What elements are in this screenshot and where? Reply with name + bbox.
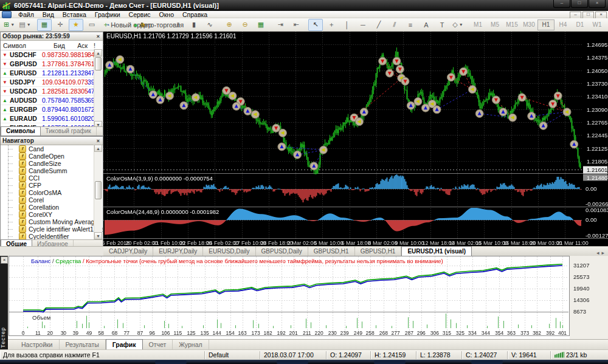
taskbar-item[interactable] (374, 360, 406, 364)
trendline-tool-button[interactable]: ╱ (371, 19, 386, 31)
market-watch-close-icon[interactable]: × (95, 33, 101, 39)
market-watch-tab-символы[interactable]: Символы (1, 126, 41, 136)
scrollbar-thumb[interactable] (95, 181, 102, 199)
cursor-tool-button[interactable]: ↖ (308, 19, 323, 31)
menu-справка[interactable]: Справка (178, 11, 212, 18)
menu-окно[interactable]: Окно (155, 11, 178, 18)
fibonacci-tool-button[interactable]: ≡ (403, 19, 418, 31)
navigator-item[interactable]: fCorel (1, 196, 103, 204)
tester-tab-график[interactable]: График (106, 339, 143, 349)
minimize-button[interactable]: – (553, 0, 570, 8)
menu-вставка[interactable]: Вставка (58, 11, 91, 18)
navigator-close-icon[interactable]: × (95, 138, 101, 144)
zoom-in-button[interactable]: ⊕ (222, 19, 237, 31)
tab-scroll-right-icon[interactable]: ▸ (601, 250, 604, 256)
label-tool-button[interactable]: T (435, 19, 449, 31)
status-profile[interactable]: Default (204, 351, 260, 359)
channel-tool-button[interactable]: ⫽ (387, 19, 402, 31)
timeframe-w1-button[interactable]: W1 (589, 19, 606, 30)
menu-вид[interactable]: Вид (38, 11, 58, 18)
bar-chart-button[interactable]: ‖ (171, 19, 185, 31)
market-watch-row-audusd[interactable]: ▲AUDUSD0.757840.7585369 (1, 96, 103, 105)
column-header-1[interactable]: Бид (41, 42, 65, 49)
new-chart-button[interactable]: ⊞▼ (2, 19, 16, 31)
terminal-button[interactable]: ▭ (85, 19, 99, 31)
chart-tab-gbpusd-h14[interactable]: GBPUSD,H1 (308, 247, 355, 256)
tile-windows-button[interactable]: ▦ (254, 19, 268, 31)
shapes-tool-button[interactable]: ◇▼ (451, 19, 465, 31)
tester-tab-отчет[interactable]: Отчет (143, 340, 173, 349)
tester-tab-журнал[interactable]: Журнал (173, 340, 209, 349)
menu-сервис[interactable]: Сервис (125, 11, 155, 18)
scroll-up-icon[interactable]: ▲ (94, 49, 102, 57)
taskbar-item[interactable] (277, 360, 308, 364)
windows-taskbar[interactable] (0, 360, 608, 364)
chart-shift-button[interactable]: ⇤ (289, 19, 303, 31)
navigator-header[interactable]: Навигатор × (1, 137, 103, 145)
chart-tab-eurusd-daily2[interactable]: EURUSD,Daily (203, 247, 255, 256)
crosshair-tool-button[interactable]: ＋ (324, 19, 339, 31)
market-watch-row-usdjpy[interactable]: ▼USDJPY109.034109.07339 (1, 78, 103, 87)
chart-system-icon[interactable] (2, 11, 12, 18)
column-header-2[interactable]: Аск (65, 42, 88, 49)
maximize-button[interactable]: □ (571, 0, 588, 8)
scrollbar-thumb[interactable] (95, 57, 102, 70)
taskbar-item[interactable] (155, 360, 187, 364)
navigator-item[interactable]: fCustom Moving Averages (1, 218, 103, 225)
navigator-item[interactable]: fCycle identifier wAlert1 maj (1, 225, 103, 233)
column-header-3[interactable]: ! (88, 42, 95, 49)
market-watch-row-usdchf[interactable]: ▼USDCHF0.987350.9881984 (1, 50, 103, 60)
navigator-item[interactable]: fCFP (1, 182, 103, 189)
market-watch-row-usdcad[interactable]: ▼USDCAD1.282581.2830547 (1, 87, 103, 96)
navigator-item[interactable]: fCCI (1, 174, 103, 182)
market-watch-toggle-button[interactable]: ▦ (37, 19, 52, 31)
text-tool-button[interactable]: A (419, 19, 434, 31)
zoom-out-button[interactable]: ⊖ (238, 19, 252, 31)
autotrade-button[interactable]: ● Авто-торговля (151, 19, 166, 31)
market-watch-row-eurusd[interactable]: ▲EURUSD1.212811.2132847 (1, 69, 103, 78)
market-watch-scrollbar[interactable]: ▲ ▼ (94, 49, 102, 128)
navigator-item[interactable]: fCandleOpen (1, 153, 103, 160)
profiles-button[interactable]: ▤▼ (18, 19, 32, 31)
scroll-up-icon[interactable]: ▲ (94, 145, 102, 152)
taskbar-item[interactable] (471, 360, 503, 364)
dropdown-icon[interactable]: ▼ (459, 22, 463, 27)
auto-scroll-button[interactable]: ⇥ (273, 19, 288, 31)
column-header-0[interactable]: Символ (1, 42, 41, 49)
market-watch-header[interactable]: Обзор рынка: 23:59:59 × (1, 32, 103, 41)
navigator-item[interactable]: fCand (1, 145, 103, 153)
tab-scroll-left-icon[interactable]: ◂ (596, 250, 599, 256)
navigator-scrollbar[interactable]: ▲ ▼ (94, 145, 102, 239)
tester-close-icon[interactable]: × (1, 256, 8, 264)
tester-tab-результаты[interactable]: Результаты (60, 340, 106, 349)
chart-tab-gbpusd-h15[interactable]: GBPUSD,H1 (355, 247, 402, 256)
navigator-item[interactable]: fCandleSumm (1, 167, 103, 174)
market-watch-row-euraud[interactable]: ▲EURAUD1.599061.60108202 (1, 114, 103, 123)
chart-window[interactable]: EURUSD,H1 1.21706 1.21729 1.21596 1.2160… (103, 32, 608, 246)
timeframe-m30-button[interactable]: M30 (520, 19, 537, 30)
horizontal-line-tool-button[interactable]: ─ (356, 19, 370, 31)
timeframe-m5-button[interactable]: M5 (486, 19, 503, 30)
timeframe-h4-button[interactable]: H4 (554, 19, 572, 30)
navigator-item[interactable]: fCorellation (1, 204, 103, 211)
close-button[interactable]: × (589, 0, 606, 8)
tester-balance-chart-canvas[interactable] (9, 256, 607, 339)
menu-графики[interactable]: Графики (91, 11, 125, 18)
market-watch-row-gbpusd[interactable]: ▼GBPUSD1.377861.3784761 (1, 60, 103, 69)
title-bar[interactable]: 60057441: Alpari-ECN-Demo - Демо Счет - … (0, 0, 608, 11)
timeframe-m15-button[interactable]: M15 (503, 19, 520, 30)
menu-файл[interactable]: Файл (14, 11, 38, 18)
market-watch-tab-тиковый-график[interactable]: Тиковый график (41, 127, 97, 136)
data-window-button[interactable]: ✛ (53, 19, 67, 31)
chart-tab-eurjpy-daily1[interactable]: EURJPY,Daily (153, 247, 203, 256)
navigator-toggle-button[interactable]: ★ (69, 19, 83, 31)
dropdown-icon[interactable]: ▼ (27, 22, 31, 27)
timeframe-d1-button[interactable]: D1 (572, 19, 589, 30)
chart-tab-cadjpy-daily0[interactable]: CADJPY,Daily (103, 247, 153, 256)
navigator-item[interactable]: fCorelXY (1, 211, 103, 218)
tester-tab-настройки[interactable]: Настройки (15, 340, 60, 349)
new-order-button[interactable]: ＋ Новый ордер (120, 19, 134, 31)
navigator-item[interactable]: fColorOsMA (1, 189, 103, 196)
timeframe-m1-button[interactable]: M1 (469, 19, 486, 30)
market-watch-row-eurgbp[interactable]: ▲EURGBP0.879440.8801672 (1, 105, 103, 114)
